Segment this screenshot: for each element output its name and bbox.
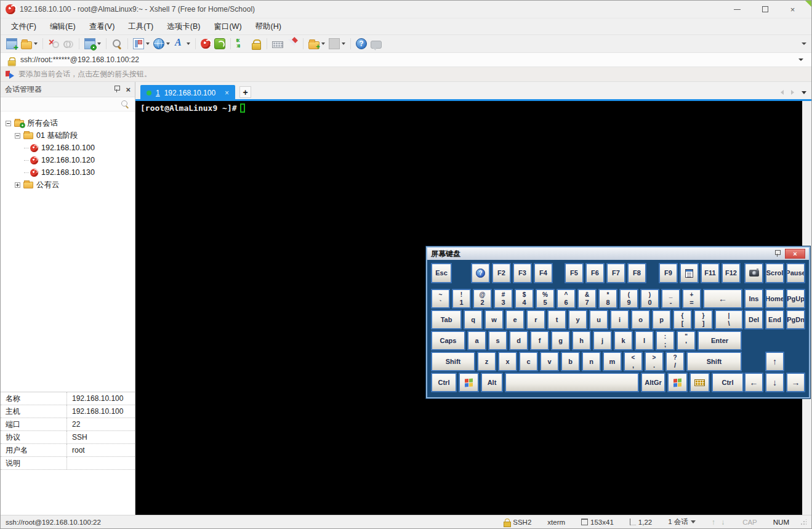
key-x[interactable]: x: [498, 352, 517, 371]
key-4[interactable]: $4: [515, 289, 534, 309]
osk-close-button[interactable]: ×: [785, 249, 805, 259]
key-f2[interactable]: F2: [492, 263, 511, 283]
tree-item-192.168.10.130[interactable]: 192.168.10.130: [1, 166, 135, 179]
key-kbdmenu-icon[interactable]: [689, 373, 710, 392]
new-tab-button[interactable]: +: [239, 86, 251, 98]
key-tab[interactable]: Tab: [431, 310, 462, 329]
fullscreen-button[interactable]: [235, 36, 247, 51]
key-'[interactable]: "': [677, 331, 696, 350]
key-9[interactable]: (9: [619, 289, 638, 309]
key-esc[interactable]: Esc: [431, 263, 452, 283]
address-dropdown-icon[interactable]: [798, 59, 803, 61]
key-t[interactable]: t: [547, 310, 566, 329]
key-end[interactable]: End: [765, 310, 784, 329]
tree-item-192.168.10.100[interactable]: 192.168.10.100: [1, 142, 135, 154]
osk-pin-icon[interactable]: [774, 250, 780, 257]
key-\[interactable]: |\: [715, 310, 743, 329]
session-search-bar[interactable]: [1, 97, 135, 111]
key-c[interactable]: c: [519, 352, 538, 371]
key-3[interactable]: #3: [494, 289, 513, 309]
key-[[interactable]: {[: [673, 310, 692, 329]
key-ins[interactable]: Ins: [744, 289, 763, 309]
key-f12[interactable]: F12: [722, 263, 741, 283]
open-folder-button[interactable]: [20, 36, 38, 51]
key-o[interactable]: o: [631, 310, 650, 329]
disconnect-button[interactable]: [47, 36, 60, 51]
key-w[interactable]: w: [484, 310, 504, 329]
key-g[interactable]: g: [551, 331, 570, 350]
xftp-button[interactable]: [214, 36, 226, 51]
key-8[interactable]: *8: [598, 289, 617, 309]
key-h[interactable]: h: [572, 331, 591, 350]
dropdown-caret-icon[interactable]: [34, 42, 38, 45]
key-n[interactable]: n: [582, 352, 601, 371]
menu-item-5[interactable]: 窗口(W): [207, 19, 248, 34]
key-enter[interactable]: Enter: [697, 331, 742, 350]
key-7[interactable]: &7: [577, 289, 597, 309]
key-help-icon[interactable]: ?: [471, 263, 490, 283]
help-button[interactable]: [355, 36, 368, 51]
tab-close-icon[interactable]: ×: [225, 89, 229, 97]
menu-item-2[interactable]: 查看(V): [82, 19, 122, 34]
key-scrol[interactable]: Scrol: [765, 263, 784, 283]
new-file-button[interactable]: [308, 36, 326, 51]
reconnect-button[interactable]: [62, 36, 74, 51]
key-5[interactable]: %5: [536, 289, 555, 309]
minimize-button[interactable]: [723, 1, 751, 17]
key-0[interactable]: )0: [640, 289, 659, 309]
menu-item-3[interactable]: 工具(T): [121, 19, 160, 34]
tree-item-公有云[interactable]: 公有云: [1, 179, 135, 191]
key-pause[interactable]: Pause: [786, 263, 805, 283]
key-][interactable]: }]: [694, 310, 713, 329]
key-altgr[interactable]: AltGr: [641, 373, 665, 392]
feedback-button[interactable]: [370, 36, 382, 51]
key-z[interactable]: z: [477, 352, 496, 371]
key-`[interactable]: ~`: [431, 289, 450, 309]
key-f3[interactable]: F3: [513, 263, 532, 283]
key-l[interactable]: l: [635, 331, 654, 350]
key-a[interactable]: a: [467, 331, 486, 350]
dropdown-caret-icon[interactable]: [97, 42, 101, 45]
key-p[interactable]: p: [652, 310, 671, 329]
virtual-keyboard-button[interactable]: [271, 36, 284, 51]
key-f5[interactable]: F5: [565, 263, 584, 283]
key-shift[interactable]: Shift: [431, 352, 475, 371]
key-↑[interactable]: ↑: [765, 352, 784, 371]
key-home[interactable]: Home: [765, 289, 784, 309]
key-b[interactable]: b: [561, 352, 580, 371]
key-s[interactable]: s: [488, 331, 507, 350]
tree-item-192.168.10.120[interactable]: 192.168.10.120: [1, 154, 135, 166]
tab-list-dropdown-icon[interactable]: [802, 91, 806, 94]
find-button[interactable]: [111, 36, 123, 51]
key--[interactable]: _-: [661, 289, 680, 309]
key-winmenu-icon[interactable]: [680, 263, 699, 283]
key-f11[interactable]: F11: [701, 263, 720, 283]
tab-scroll-left-icon[interactable]: [781, 90, 784, 95]
collapse-icon[interactable]: [15, 133, 20, 139]
session-dialog-button[interactable]: [84, 36, 102, 51]
expand-icon[interactable]: [15, 182, 20, 188]
key-f4[interactable]: F4: [534, 263, 553, 283]
key-=[interactable]: +=: [682, 289, 701, 309]
key-camera-icon[interactable]: [744, 263, 763, 283]
key-;[interactable]: :;: [656, 331, 675, 350]
menu-item-4[interactable]: 选项卡(B): [160, 19, 207, 34]
menu-item-0[interactable]: 文件(F): [4, 19, 43, 34]
key-u[interactable]: u: [589, 310, 608, 329]
address-url[interactable]: ssh://root:******@192.168.10.100:22: [20, 55, 139, 64]
close-button[interactable]: ×: [779, 1, 806, 17]
address-bar[interactable]: ssh://root:******@192.168.10.100:22: [1, 52, 811, 67]
key-e[interactable]: e: [505, 310, 525, 329]
highlight-pen-button[interactable]: [286, 36, 299, 51]
menu-item-1[interactable]: 编辑(E): [43, 19, 82, 34]
xshell-button[interactable]: [200, 36, 211, 51]
status-terminal-type[interactable]: xterm: [547, 519, 565, 526]
tree-item-01 基础阶段[interactable]: 01 基础阶段: [1, 129, 135, 142]
key-←[interactable]: ←: [744, 373, 763, 392]
dropdown-caret-icon[interactable]: [342, 42, 345, 45]
key-del[interactable]: Del: [744, 310, 763, 329]
key-1[interactable]: !1: [452, 289, 471, 309]
compose-pane-button[interactable]: [132, 36, 150, 51]
osk-title-bar[interactable]: 屏幕键盘 ×: [427, 248, 809, 260]
key-2[interactable]: @2: [473, 289, 492, 309]
